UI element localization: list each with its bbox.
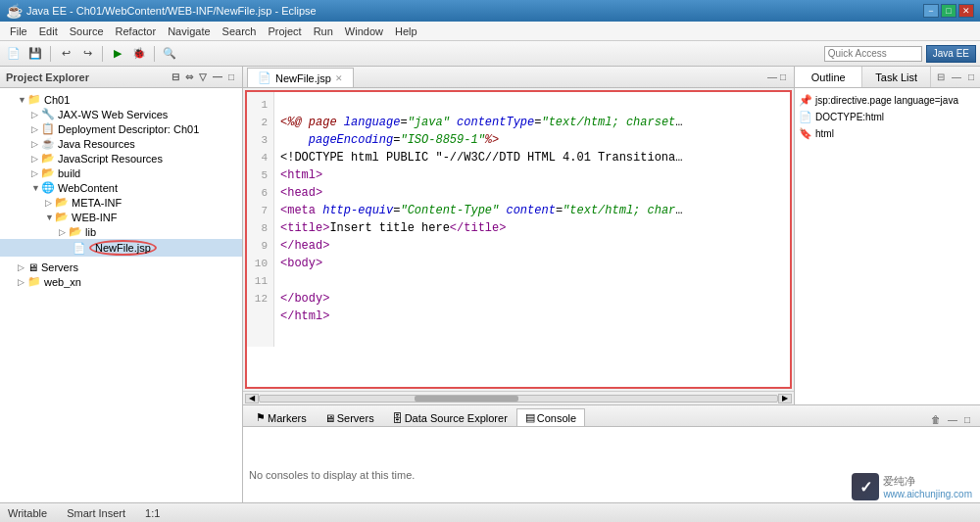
- right-panel-tabs: Outline Task List ⊟ — □: [795, 67, 980, 88]
- tree-item-servers[interactable]: ▷ 🖥 Servers: [0, 261, 242, 274]
- outline-item-doctype-label: DOCTYPE:html: [815, 112, 884, 122]
- scroll-left-btn[interactable]: ◀: [245, 394, 259, 403]
- menu-help[interactable]: Help: [389, 24, 423, 39]
- collapse-all-icon[interactable]: ⊟: [170, 71, 181, 83]
- java-ee-badge: Java EE: [926, 45, 976, 63]
- console-minimize-icon[interactable]: —: [946, 413, 959, 426]
- tree-item-build[interactable]: ▷ 📂 build: [0, 166, 242, 180]
- servers-icon: 🖥: [27, 261, 38, 273]
- outline-collapse-icon[interactable]: ⊟: [935, 71, 947, 83]
- tab-markers[interactable]: ⚑ Markers: [247, 408, 316, 426]
- markers-label: Markers: [268, 412, 307, 424]
- outline-tree: 📌 jsp:directive.page language=java 📄 DOC…: [795, 88, 980, 404]
- jsp-file-icon: 📄: [73, 242, 86, 255]
- outline-item-directive[interactable]: 📌 jsp:directive.page language=java: [799, 92, 976, 109]
- console-maximize-icon[interactable]: □: [962, 413, 972, 426]
- watermark-brand: 爱纯净: [883, 474, 972, 488]
- jaxws-icon: 🔧: [41, 108, 55, 120]
- menu-search[interactable]: Search: [217, 24, 263, 39]
- tree-item-ch01[interactable]: ▼ 📁 Ch01: [0, 92, 242, 107]
- menu-source[interactable]: Source: [64, 24, 110, 39]
- window-title: Java EE - Ch01/WebContent/WEB-INF/NewFil…: [26, 5, 317, 17]
- datasource-icon: 🗄: [392, 412, 403, 424]
- menu-window[interactable]: Window: [339, 24, 389, 39]
- scroll-thumb[interactable]: [415, 396, 518, 402]
- center-right-split: 📄 NewFile.jsp ✕ — □ 123456789101112: [243, 67, 980, 404]
- close-button[interactable]: ✕: [958, 4, 974, 18]
- minimize-button[interactable]: −: [923, 4, 939, 18]
- status-position: 1:1: [145, 507, 160, 519]
- menu-run[interactable]: Run: [308, 24, 339, 39]
- menu-project[interactable]: Project: [262, 24, 307, 39]
- center-right-area: 📄 NewFile.jsp ✕ — □ 123456789101112: [243, 67, 980, 522]
- tab-console[interactable]: ▤ Console: [516, 408, 585, 426]
- scroll-track[interactable]: [259, 395, 778, 403]
- minimize-panel-icon[interactable]: —: [211, 71, 224, 83]
- run-button[interactable]: ▶: [108, 44, 127, 64]
- tree-item-deployment[interactable]: ▷ 📋 Deployment Descriptor: Ch01: [0, 121, 242, 136]
- outline-maximize-icon[interactable]: □: [966, 71, 976, 83]
- tree-item-webcontent[interactable]: ▼ 🌐 WebContent: [0, 180, 242, 195]
- console-clear-icon[interactable]: 🗑: [929, 413, 943, 426]
- tree-item-lib[interactable]: ▷ 📂 lib: [0, 224, 242, 239]
- horizontal-scrollbar[interactable]: ◀ ▶: [243, 391, 794, 404]
- search-button[interactable]: 🔍: [160, 44, 179, 64]
- project-explorer-title: Project Explorer: [6, 71, 89, 83]
- save-button[interactable]: 💾: [25, 44, 45, 64]
- task-list-tab[interactable]: Task List: [862, 67, 930, 87]
- tree-item-java-resources[interactable]: ▷ ☕ Java Resources: [0, 136, 242, 151]
- tree-item-web-xn[interactable]: ▷ 📁 web_xn: [0, 274, 242, 289]
- panel-header-icons: ⊟ ⇔ ▽ — □: [170, 71, 236, 83]
- build-icon: 📂: [41, 166, 55, 179]
- tree-item-js-resources[interactable]: ▷ 📂 JavaScript Resources: [0, 151, 242, 166]
- datasource-label: Data Source Explorer: [405, 412, 508, 424]
- outline-item-html[interactable]: 🔖 html: [799, 125, 976, 142]
- outline-item-html-label: html: [815, 128, 834, 139]
- link-with-editor-icon[interactable]: ⇔: [183, 71, 195, 83]
- menu-refactor[interactable]: Refactor: [110, 24, 163, 39]
- maximize-button[interactable]: □: [941, 4, 956, 18]
- code-editor[interactable]: 123456789101112 <%@ page language="java"…: [245, 90, 792, 389]
- redo-button[interactable]: ↪: [77, 44, 97, 64]
- outline-panel: Outline Task List ⊟ — □ 📌 jsp:directive.…: [794, 67, 980, 404]
- tab-servers[interactable]: 🖥 Servers: [316, 408, 383, 426]
- tree-item-newfile[interactable]: 📄 NewFile.jsp: [0, 239, 242, 257]
- menu-file[interactable]: File: [4, 24, 33, 39]
- web-xn-icon: 📁: [27, 275, 41, 288]
- editor-tab-newfile[interactable]: 📄 NewFile.jsp ✕: [247, 68, 354, 87]
- directive-icon: 📌: [799, 94, 812, 107]
- menu-bar: File Edit Source Refactor Navigate Searc…: [0, 22, 980, 41]
- menu-navigate[interactable]: Navigate: [162, 24, 216, 39]
- title-bar-controls: − □ ✕: [923, 4, 974, 18]
- editor-tabs: 📄 NewFile.jsp ✕ — □: [243, 67, 794, 88]
- minimize-editor-icon[interactable]: —: [767, 71, 777, 82]
- js-resources-icon: 📂: [41, 152, 55, 165]
- quick-access-input[interactable]: [824, 46, 922, 62]
- outline-tab[interactable]: Outline: [795, 67, 862, 87]
- right-panel-header-icons: ⊟ — □: [931, 67, 980, 87]
- new-button[interactable]: 📄: [4, 44, 24, 64]
- tab-datasource[interactable]: 🗄 Data Source Explorer: [383, 408, 516, 426]
- undo-button[interactable]: ↩: [56, 44, 75, 64]
- tree-item-web-inf[interactable]: ▼ 📂 WEB-INF: [0, 210, 242, 224]
- code-content: 123456789101112 <%@ page language="java"…: [247, 92, 790, 347]
- outline-item-doctype[interactable]: 📄 DOCTYPE:html: [799, 109, 976, 125]
- servers-label: Servers: [337, 412, 374, 424]
- main-area: Project Explorer ⊟ ⇔ ▽ — □ ▼ 📁 Ch01 ▷: [0, 67, 980, 522]
- menu-edit[interactable]: Edit: [33, 24, 64, 39]
- view-menu-icon[interactable]: ▽: [197, 71, 209, 83]
- editor-header-icons: — □: [760, 67, 790, 87]
- tree-item-jaxws[interactable]: ▷ 🔧 JAX-WS Web Services: [0, 107, 242, 121]
- scroll-right-btn[interactable]: ▶: [778, 394, 792, 403]
- bottom-tabs: ⚑ Markers 🖥 Servers 🗄 Data Source Explor…: [243, 405, 980, 427]
- tab-close-button[interactable]: ✕: [335, 73, 343, 83]
- tree-item-meta-inf[interactable]: ▷ 📂 META-INF: [0, 195, 242, 210]
- outline-minimize-icon[interactable]: —: [950, 71, 963, 83]
- maximize-panel-icon[interactable]: □: [226, 71, 236, 83]
- console-toolbar: 🗑 — □: [929, 413, 976, 426]
- maximize-editor-icon[interactable]: □: [780, 71, 786, 82]
- lib-icon: 📂: [69, 225, 82, 238]
- debug-button[interactable]: 🐞: [129, 44, 149, 64]
- title-bar: ☕ Java EE - Ch01/WebContent/WEB-INF/NewF…: [0, 0, 980, 22]
- project-tree: ▼ 📁 Ch01 ▷ 🔧 JAX-WS Web Services ▷ 📋 Dep…: [0, 88, 242, 522]
